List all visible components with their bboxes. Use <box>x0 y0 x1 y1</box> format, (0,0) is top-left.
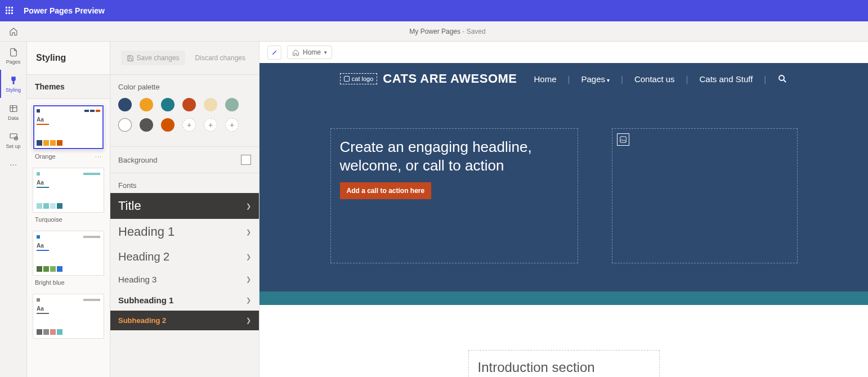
theme-more-icon[interactable]: ··· <box>95 153 102 160</box>
palette-swatch[interactable] <box>161 118 175 132</box>
image-placeholder-icon <box>617 133 629 146</box>
site-brand: CATS ARE AWESOME <box>383 71 517 86</box>
font-item-subheading1[interactable]: Subheading 1❯ <box>110 290 259 311</box>
palette-swatch[interactable] <box>140 98 153 111</box>
styling-header: Styling <box>27 42 110 74</box>
theme-name: Bright blue <box>35 279 65 286</box>
hero-cta-button[interactable]: Add a call to action here <box>340 182 432 199</box>
palette-swatch[interactable] <box>161 98 175 111</box>
theme-list: Aa Orange··· Aa Turquoise Aa <box>27 99 110 377</box>
save-changes-button[interactable]: Save changes <box>121 51 185 65</box>
add-swatch-button[interactable]: + <box>182 118 196 132</box>
background-checkbox[interactable] <box>241 155 251 165</box>
preview-scroll[interactable]: cat logo CATS ARE AWESOME Home | Pages |… <box>259 63 868 377</box>
home-shortcut[interactable] <box>0 27 27 36</box>
svg-rect-2 <box>10 133 17 138</box>
palette-swatch[interactable] <box>118 118 132 132</box>
background-label: Background <box>118 156 157 164</box>
discard-changes-button[interactable]: Discard changes <box>190 51 251 65</box>
chevron-right-icon: ❯ <box>246 276 251 283</box>
app-title: Power Pages Preview <box>24 6 105 15</box>
font-item-title[interactable]: Title❯ <box>110 193 259 219</box>
palette-swatch[interactable] <box>204 98 217 111</box>
intro-text-block[interactable]: Introduction section <box>468 350 660 377</box>
palette-swatch[interactable] <box>140 118 153 132</box>
secondary-toolbar: My Power Pages - Saved <box>0 21 868 42</box>
rail-more[interactable]: … <box>0 154 26 171</box>
hero-headline: Create an engaging headline, welcome, or… <box>340 138 569 174</box>
settings-column: Save changes Discard changes Color palet… <box>110 42 259 377</box>
canvas-toolbar: Home ▾ <box>259 42 868 63</box>
chevron-right-icon: ❯ <box>246 228 251 236</box>
svg-rect-5 <box>620 137 626 143</box>
themes-column: Styling Themes Aa Orange··· Aa <box>27 42 110 377</box>
saved-status: - Saved <box>460 28 486 35</box>
expand-pill[interactable] <box>267 46 281 60</box>
rail-styling[interactable]: Styling <box>0 70 26 98</box>
top-app-bar: Power Pages Preview <box>0 0 868 21</box>
chevron-right-icon: ❯ <box>246 203 251 210</box>
intro-title: Introduction section <box>478 360 650 375</box>
nav-link-contact[interactable]: Contact us <box>634 74 675 84</box>
chevron-right-icon: ❯ <box>246 253 251 261</box>
font-item-heading3[interactable]: Heading 3❯ <box>110 269 259 290</box>
hero-text-block[interactable]: Create an engaging headline, welcome, or… <box>330 128 578 263</box>
theme-card-bright-blue[interactable]: Aa <box>33 231 104 276</box>
hero-section: cat logo CATS ARE AWESOME Home | Pages |… <box>259 63 868 291</box>
rail-setup[interactable]: Set up <box>0 126 26 154</box>
site-name: My Power Pages <box>409 28 460 35</box>
background-section: Background <box>110 146 259 173</box>
theme-card-orange[interactable]: Aa <box>33 105 104 150</box>
divider-strip <box>259 291 868 305</box>
workspace-rail: Pages Styling Data Set up … <box>0 42 27 377</box>
font-item-heading1[interactable]: Heading 1❯ <box>110 219 259 245</box>
app-launcher-icon[interactable] <box>6 7 14 15</box>
palette-swatch[interactable] <box>182 98 196 111</box>
svg-rect-0 <box>12 82 14 84</box>
svg-point-4 <box>779 75 784 80</box>
svg-rect-1 <box>10 105 17 111</box>
theme-card-turquoise[interactable]: Aa <box>33 168 104 213</box>
chevron-down-icon: ▾ <box>324 50 327 55</box>
search-icon[interactable] <box>777 74 788 84</box>
palette-swatch[interactable] <box>118 98 132 111</box>
hero-image-block[interactable] <box>612 128 798 263</box>
add-swatch-button[interactable]: + <box>204 118 217 132</box>
site-nav: cat logo CATS ARE AWESOME Home | Pages |… <box>259 63 868 95</box>
fonts-label: Fonts <box>118 181 251 190</box>
nav-link-pages[interactable]: Pages <box>581 74 610 84</box>
canvas-area: Home ▾ cat logo CATS ARE AWESOME Home | … <box>259 42 868 377</box>
rail-data[interactable]: Data <box>0 98 26 126</box>
intro-section: Introduction section <box>259 305 868 377</box>
rail-pages[interactable]: Pages <box>0 42 26 70</box>
color-palette-section: Color palette + + + <box>110 74 259 146</box>
add-swatch-button[interactable]: + <box>225 118 239 132</box>
fonts-section-header: Fonts <box>110 173 259 193</box>
font-list: Title❯ Heading 1❯ Heading 2❯ Heading 3❯ … <box>110 193 259 330</box>
theme-name: Orange <box>35 153 56 160</box>
home-breadcrumb-pill[interactable]: Home ▾ <box>287 46 332 59</box>
chevron-right-icon: ❯ <box>246 317 251 324</box>
font-item-heading2[interactable]: Heading 2❯ <box>110 245 259 269</box>
chevron-right-icon: ❯ <box>246 297 251 304</box>
nav-link-home[interactable]: Home <box>534 74 557 84</box>
document-status: My Power Pages - Saved <box>27 28 868 35</box>
palette-swatch[interactable] <box>225 98 239 111</box>
nav-link-cats[interactable]: Cats and Stuff <box>700 74 753 84</box>
theme-name: Turquoise <box>35 216 62 223</box>
themes-section-header: Themes <box>27 74 110 99</box>
site-logo-placeholder[interactable]: cat logo <box>340 73 378 84</box>
theme-card-extra[interactable]: Aa <box>33 294 104 339</box>
color-palette-label: Color palette <box>118 83 251 91</box>
font-item-subheading2[interactable]: Subheading 2❯ <box>110 311 259 330</box>
